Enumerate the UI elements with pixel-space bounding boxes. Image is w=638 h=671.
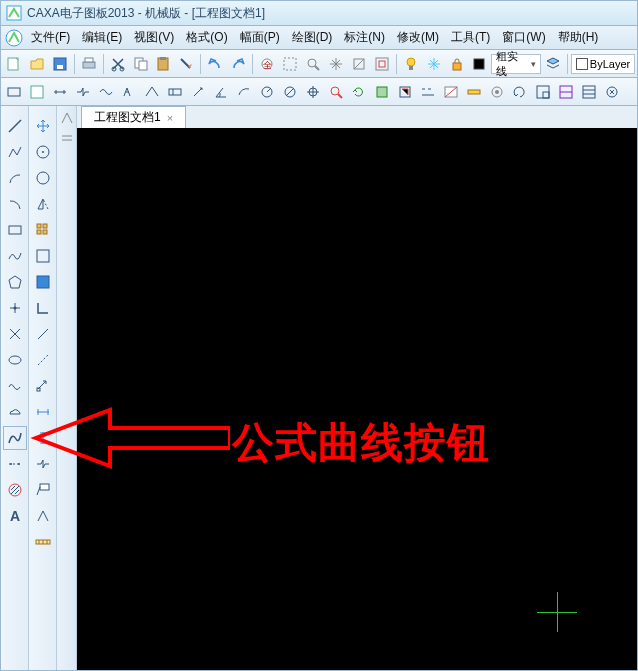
draw-rect-button[interactable] [3, 81, 25, 103]
rect-fill-tool[interactable] [31, 270, 55, 294]
cloud-tool[interactable] [3, 400, 27, 424]
plot-button[interactable] [440, 81, 462, 103]
hatch-tool[interactable] [3, 478, 27, 502]
layer-color-button[interactable] [469, 53, 491, 75]
diameter-dim-button[interactable] [279, 81, 301, 103]
find-button[interactable] [325, 81, 347, 103]
welding-button[interactable] [141, 81, 163, 103]
circle2-tool[interactable] [31, 166, 55, 190]
break-line-button[interactable] [72, 81, 94, 103]
menu-modify[interactable]: 修改(M) [391, 27, 445, 48]
pan-button[interactable] [325, 53, 347, 75]
menu-draw[interactable]: 绘图(D) [286, 27, 339, 48]
layer-lock-button[interactable] [446, 53, 468, 75]
open-button[interactable] [26, 53, 48, 75]
svg-rect-72 [37, 230, 41, 234]
zoom-extents-button[interactable] [371, 53, 393, 75]
wave-tool[interactable] [3, 374, 27, 398]
parts-list-button[interactable] [578, 81, 600, 103]
assembly-button[interactable] [601, 81, 623, 103]
frame-button[interactable] [532, 81, 554, 103]
wavy-line-button[interactable] [95, 81, 117, 103]
axis-tool[interactable] [3, 452, 27, 476]
arc2-tool[interactable] [3, 192, 27, 216]
layer-freeze-button[interactable] [423, 53, 445, 75]
surface-button[interactable] [118, 81, 140, 103]
point-tool[interactable] [3, 296, 27, 320]
ruler-tool[interactable] [31, 530, 55, 554]
rect-tool[interactable] [3, 218, 27, 242]
radius-dim-button[interactable] [256, 81, 278, 103]
center-mark-button[interactable] [302, 81, 324, 103]
move-arrows-tool[interactable] [31, 114, 55, 138]
tolerance-button[interactable] [164, 81, 186, 103]
close-tab-icon[interactable]: × [167, 112, 173, 124]
chamfer-arrow-button[interactable] [187, 81, 209, 103]
arc-tool[interactable] [3, 166, 27, 190]
drawing-canvas[interactable] [77, 128, 637, 670]
menu-dimension[interactable]: 标注(N) [338, 27, 391, 48]
utility-button[interactable] [463, 81, 485, 103]
block-button[interactable] [371, 81, 393, 103]
light-button[interactable] [400, 53, 422, 75]
linetype-button[interactable] [417, 81, 439, 103]
utility-2-button[interactable] [486, 81, 508, 103]
dimension-button[interactable] [49, 81, 71, 103]
match-button[interactable] [175, 53, 197, 75]
polygon-tool[interactable] [3, 270, 27, 294]
copy-button[interactable] [130, 53, 152, 75]
redo-button[interactable] [227, 53, 249, 75]
menu-file[interactable]: 文件(F) [25, 27, 76, 48]
title-block-button[interactable] [555, 81, 577, 103]
menu-format[interactable]: 格式(O) [180, 27, 233, 48]
menu-help[interactable]: 帮助(H) [552, 27, 605, 48]
window-select-button[interactable] [279, 53, 301, 75]
property-button[interactable] [26, 81, 48, 103]
save-button[interactable] [49, 53, 71, 75]
layer-color-button-2[interactable] [394, 81, 416, 103]
roughness-tool[interactable] [31, 504, 55, 528]
svg-rect-75 [37, 276, 49, 288]
callout-tool[interactable] [31, 478, 55, 502]
reset-button[interactable] [509, 81, 531, 103]
new-button[interactable] [3, 53, 25, 75]
zoom-button[interactable] [302, 53, 324, 75]
text-tool[interactable]: A [3, 504, 27, 528]
dim-vert-tool[interactable] [31, 426, 55, 450]
circle-center-tool[interactable] [31, 140, 55, 164]
layer-name-display[interactable]: 粗实线 ▾ [491, 54, 541, 74]
slash-tool[interactable] [31, 322, 55, 346]
menu-window[interactable]: 窗口(W) [496, 27, 551, 48]
corner-tool[interactable] [31, 296, 55, 320]
menu-view[interactable]: 视图(V) [128, 27, 180, 48]
spline-tool[interactable] [3, 244, 27, 268]
angle-button[interactable] [210, 81, 232, 103]
polyline-tool[interactable] [3, 140, 27, 164]
line-tool[interactable] [3, 114, 27, 138]
app-menu-icon[interactable] [3, 27, 25, 49]
undo-button[interactable] [204, 53, 226, 75]
menu-tools[interactable]: 工具(T) [445, 27, 496, 48]
menu-edit[interactable]: 编辑(E) [76, 27, 128, 48]
document-tab-active[interactable]: 工程图文档1 × [81, 106, 186, 128]
ellipse-tool[interactable] [3, 348, 27, 372]
query-button[interactable]: 全 [256, 53, 278, 75]
cut-button[interactable] [107, 53, 129, 75]
paste-button[interactable] [153, 53, 175, 75]
dim-linear-tool[interactable] [31, 400, 55, 424]
cross-tool[interactable] [3, 322, 27, 346]
bylayer-select[interactable]: ByLayer [571, 54, 635, 74]
zoom-dynamic-button[interactable] [348, 53, 370, 75]
layer-manager-button[interactable] [542, 53, 564, 75]
rect-outline-tool[interactable] [31, 244, 55, 268]
arc-dim-button[interactable] [233, 81, 255, 103]
mirror-tool[interactable] [31, 192, 55, 216]
menu-frame[interactable]: 幅面(P) [234, 27, 286, 48]
pattern-tool[interactable] [31, 218, 55, 242]
formula-curve-tool[interactable] [3, 426, 27, 450]
print-button[interactable] [78, 53, 100, 75]
array-tool[interactable] [31, 374, 55, 398]
replace-button[interactable] [348, 81, 370, 103]
slash-dash-tool[interactable] [31, 348, 55, 372]
break-tool[interactable] [31, 452, 55, 476]
